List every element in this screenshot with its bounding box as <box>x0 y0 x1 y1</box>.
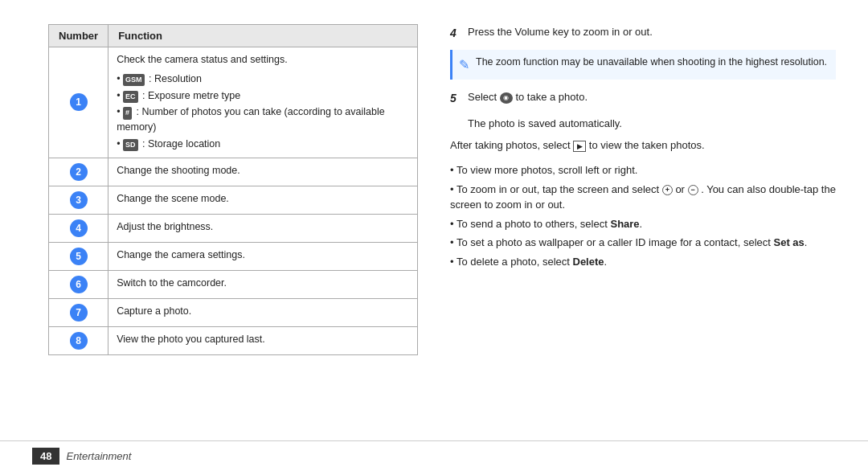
circle-6: 6 <box>70 276 88 293</box>
bullet-storage: SD : Storage location <box>117 136 409 153</box>
table-row: 5 Change the camera settings. <box>49 242 418 270</box>
bullet-exposure: EC : Exposure metre type <box>117 88 409 104</box>
table-row: 2 Change the shooting mode. <box>49 158 418 186</box>
row-8-text: View the photo you captured last. <box>117 334 265 345</box>
row-7-num: 7 <box>49 298 108 326</box>
play-icon: ▶ <box>573 141 586 152</box>
camera-icon: ◉ <box>500 92 513 104</box>
row-7-func: Capture a photo. <box>108 298 418 326</box>
row-1-func: Check the camera status and settings. GS… <box>108 47 418 158</box>
row-8-func: View the photo you captured last. <box>108 326 418 354</box>
row-2-num: 2 <box>49 158 108 186</box>
table-row: 4 Adjust the brightness. <box>49 214 418 242</box>
footer: 48 Entertainment <box>0 440 868 471</box>
row-3-func: Change the scene mode. <box>108 186 418 214</box>
right-bullets: To view more photos, scroll left or righ… <box>450 161 836 271</box>
row-1-num: 1 <box>49 47 108 158</box>
row-3-num: 3 <box>49 186 108 214</box>
col-function-header: Function <box>108 25 418 47</box>
right-column: 4 Press the Volume key to zoom in or out… <box>450 24 836 424</box>
note-icon: ✎ <box>459 55 469 75</box>
circle-3: 3 <box>70 191 88 209</box>
row-1-bullets: GSM : Resolution EC : Exposure metre typ… <box>117 71 409 153</box>
col-number-header: Number <box>49 25 108 47</box>
storage-icon: SD <box>123 139 138 152</box>
row-6-func: Switch to the camcorder. <box>108 270 418 298</box>
zoom-out-icon: − <box>688 185 698 195</box>
step-4-number: 4 <box>450 24 463 42</box>
note-box: ✎ The zoom function may be unavailable w… <box>450 50 836 80</box>
bullet-delete: To delete a photo, select Delete. <box>450 252 836 272</box>
row-7-text: Capture a photo. <box>117 305 191 317</box>
row-4-num: 4 <box>49 214 108 242</box>
row-1-main-text: Check the camera status and settings. <box>117 54 288 65</box>
step-5-sub: The photo is saved automatically. <box>450 116 836 132</box>
zoom-in-icon: + <box>662 185 673 195</box>
table-row: 8 View the photo you captured last. <box>49 326 418 354</box>
step-4-text: Press the Volume key to zoom in or out. <box>468 24 653 41</box>
note-text: The zoom function may be unavailable whe… <box>476 55 827 75</box>
step-5-number: 5 <box>450 89 463 107</box>
function-table: Number Function 1 Check the camera statu… <box>48 24 418 355</box>
row-6-text: Switch to the camcorder. <box>117 277 227 289</box>
circle-5: 5 <box>70 248 88 265</box>
bullet-view-more: To view more photos, scroll left or righ… <box>450 161 836 180</box>
row-2-func: Change the shooting mode. <box>108 158 418 186</box>
row-3-text: Change the scene mode. <box>117 193 229 204</box>
after-text: After taking photos, select ▶ to view th… <box>450 137 836 154</box>
circle-4: 4 <box>70 219 88 237</box>
bullet-zoom: To zoom in or out, tap the screen and se… <box>450 180 836 215</box>
footer-label: Entertainment <box>66 450 131 462</box>
row-2-text: Change the shooting mode. <box>117 165 240 176</box>
table-row: 7 Capture a photo. <box>49 298 418 326</box>
table-row: 6 Switch to the camcorder. <box>49 270 418 298</box>
circle-1: 1 <box>70 93 88 111</box>
row-5-func: Change the camera settings. <box>108 242 418 270</box>
circle-8: 8 <box>70 332 88 350</box>
row-5-num: 5 <box>49 242 108 270</box>
circle-2: 2 <box>70 163 88 181</box>
bullet-number: # : Number of photos you can take (accor… <box>117 104 409 136</box>
step-5-text: Select ◉ to take a photo. <box>468 89 588 106</box>
main-content: Number Function 1 Check the camera statu… <box>0 0 868 440</box>
bullet-resolution: GSM : Resolution <box>117 71 409 88</box>
bullet-set-as: To set a photo as wallpaper or a caller … <box>450 233 836 252</box>
circle-7: 7 <box>70 304 88 322</box>
page-number: 48 <box>32 448 59 465</box>
table-row: 1 Check the camera status and settings. … <box>49 47 418 158</box>
exposure-icon: EC <box>123 91 138 104</box>
row-5-text: Change the camera settings. <box>117 249 245 260</box>
table-row: 3 Change the scene mode. <box>49 186 418 214</box>
step-4: 4 Press the Volume key to zoom in or out… <box>450 24 836 42</box>
gsm-icon: GSM <box>123 74 145 87</box>
left-column: Number Function 1 Check the camera statu… <box>48 24 418 424</box>
number-icon: # <box>123 107 132 120</box>
row-4-func: Adjust the brightness. <box>108 214 418 242</box>
row-8-num: 8 <box>49 326 108 354</box>
row-6-num: 6 <box>49 270 108 298</box>
bullet-share: To send a photo to others, select Share. <box>450 215 836 234</box>
row-4-text: Adjust the brightness. <box>117 221 213 232</box>
step-5: 5 Select ◉ to take a photo. <box>450 89 836 107</box>
